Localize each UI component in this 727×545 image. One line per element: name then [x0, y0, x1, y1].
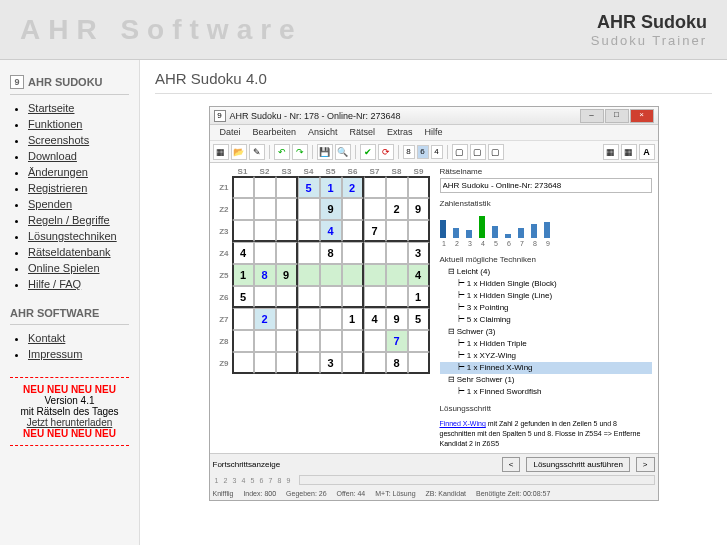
- sudoku-cell[interactable]: [298, 242, 320, 264]
- menu-item[interactable]: Datei: [214, 125, 247, 140]
- sudoku-cell[interactable]: [298, 308, 320, 330]
- sudoku-cell[interactable]: [386, 220, 408, 242]
- sudoku-cell[interactable]: 9: [320, 198, 342, 220]
- tree-technique[interactable]: ⊢ 1 x Hidden Single (Block): [440, 278, 652, 290]
- mode-6[interactable]: 6: [417, 145, 429, 159]
- nav-link[interactable]: Funktionen: [28, 118, 82, 130]
- menu-item[interactable]: Bearbeiten: [247, 125, 303, 140]
- tree-schwer[interactable]: ⊟ Schwer (3): [440, 326, 652, 338]
- sudoku-cell[interactable]: [232, 220, 254, 242]
- bold-icon[interactable]: A: [639, 144, 655, 160]
- sudoku-cell[interactable]: [276, 242, 298, 264]
- menu-item[interactable]: Hilfe: [419, 125, 449, 140]
- sudoku-cell[interactable]: [386, 176, 408, 198]
- nav-link[interactable]: Registrieren: [28, 182, 87, 194]
- nav-link[interactable]: Startseite: [28, 102, 74, 114]
- sudoku-cell[interactable]: [342, 242, 364, 264]
- sudoku-cell[interactable]: [364, 352, 386, 374]
- puzzle-name-input[interactable]: [440, 178, 652, 193]
- sudoku-cell[interactable]: [364, 176, 386, 198]
- hint-technique-link[interactable]: Finned X-Wing: [440, 420, 486, 427]
- sudoku-cell[interactable]: [232, 176, 254, 198]
- box3-icon[interactable]: ▢: [488, 144, 504, 160]
- sudoku-cell[interactable]: 9: [276, 264, 298, 286]
- nav-link[interactable]: Rätseldatenbank: [28, 246, 111, 258]
- sudoku-cell[interactable]: 7: [364, 220, 386, 242]
- mode-4[interactable]: 4: [431, 145, 443, 159]
- sudoku-cell[interactable]: [254, 352, 276, 374]
- sudoku-cell[interactable]: [364, 242, 386, 264]
- sudoku-cell[interactable]: [364, 286, 386, 308]
- sudoku-cell[interactable]: 2: [386, 198, 408, 220]
- sudoku-cell[interactable]: 1: [232, 264, 254, 286]
- edit-icon[interactable]: ✎: [249, 144, 265, 160]
- sudoku-cell[interactable]: 5: [408, 308, 430, 330]
- tree-technique[interactable]: ⊢ 5 x Claiming: [440, 314, 652, 326]
- tree-technique[interactable]: ⊢ 3 x Pointing: [440, 302, 652, 314]
- tree-technique[interactable]: ⊢ 1 x XYZ-Wing: [440, 350, 652, 362]
- sudoku-cell[interactable]: [276, 308, 298, 330]
- prev-step-button[interactable]: <: [502, 457, 521, 472]
- open-icon[interactable]: 📂: [231, 144, 247, 160]
- mode-8[interactable]: 8: [403, 145, 415, 159]
- sudoku-cell[interactable]: 3: [408, 242, 430, 264]
- nav-link[interactable]: Online Spielen: [28, 262, 100, 274]
- close-button[interactable]: ×: [630, 109, 654, 123]
- sudoku-cell[interactable]: [364, 264, 386, 286]
- sudoku-cell[interactable]: 4: [408, 264, 430, 286]
- sudoku-cell[interactable]: [254, 176, 276, 198]
- filter-icon[interactable]: ▦: [621, 144, 637, 160]
- box-icon[interactable]: ▢: [452, 144, 468, 160]
- sudoku-cell[interactable]: 8: [254, 264, 276, 286]
- sudoku-cell[interactable]: [232, 330, 254, 352]
- nav-link[interactable]: Impressum: [28, 348, 82, 360]
- sudoku-cell[interactable]: [232, 198, 254, 220]
- tree-technique[interactable]: ⊢ 1 x Hidden Single (Line): [440, 290, 652, 302]
- reset-icon[interactable]: ⟳: [378, 144, 394, 160]
- highlight-icon[interactable]: ▦: [603, 144, 619, 160]
- sudoku-cell[interactable]: 4: [364, 308, 386, 330]
- tree-technique[interactable]: ⊢ 1 x Finned Swordfish: [440, 386, 652, 398]
- nav-link[interactable]: Lösungstechniken: [28, 230, 117, 242]
- tree-technique[interactable]: ⊢ 1 x Hidden Triple: [440, 338, 652, 350]
- sudoku-cell[interactable]: [254, 198, 276, 220]
- sudoku-cell[interactable]: [232, 352, 254, 374]
- undo-icon[interactable]: ↶: [274, 144, 290, 160]
- sudoku-cell[interactable]: 2: [254, 308, 276, 330]
- sudoku-cell[interactable]: [298, 220, 320, 242]
- new-icon[interactable]: ▦: [213, 144, 229, 160]
- sudoku-cell[interactable]: [298, 198, 320, 220]
- sudoku-cell[interactable]: [254, 220, 276, 242]
- nav-link[interactable]: Download: [28, 150, 77, 162]
- tree-leicht[interactable]: ⊟ Leicht (4): [440, 266, 652, 278]
- sudoku-cell[interactable]: [386, 264, 408, 286]
- sudoku-cell[interactable]: [408, 352, 430, 374]
- sudoku-cell[interactable]: [320, 286, 342, 308]
- sudoku-cell[interactable]: [342, 286, 364, 308]
- sudoku-cell[interactable]: [342, 352, 364, 374]
- sudoku-cell[interactable]: [254, 242, 276, 264]
- sudoku-cell[interactable]: [232, 308, 254, 330]
- menu-item[interactable]: Extras: [381, 125, 419, 140]
- sudoku-cell[interactable]: [276, 176, 298, 198]
- sudoku-cell[interactable]: [276, 220, 298, 242]
- maximize-button[interactable]: □: [605, 109, 629, 123]
- techniques-tree[interactable]: ⊟ Leicht (4) ⊢ 1 x Hidden Single (Block)…: [440, 266, 652, 398]
- sudoku-cell[interactable]: [408, 220, 430, 242]
- nav-link[interactable]: Kontakt: [28, 332, 65, 344]
- sudoku-cell[interactable]: 5: [298, 176, 320, 198]
- check-icon[interactable]: ✔: [360, 144, 376, 160]
- redo-icon[interactable]: ↷: [292, 144, 308, 160]
- sudoku-cell[interactable]: [364, 198, 386, 220]
- sudoku-cell[interactable]: 1: [320, 176, 342, 198]
- sudoku-cell[interactable]: [276, 330, 298, 352]
- sudoku-cell[interactable]: [342, 220, 364, 242]
- sudoku-cell[interactable]: [298, 352, 320, 374]
- nav-link[interactable]: Änderungen: [28, 166, 88, 178]
- box2-icon[interactable]: ▢: [470, 144, 486, 160]
- sudoku-cell[interactable]: [276, 352, 298, 374]
- sudoku-cell[interactable]: [386, 242, 408, 264]
- sudoku-cell[interactable]: [298, 330, 320, 352]
- sudoku-cell[interactable]: [408, 176, 430, 198]
- save-icon[interactable]: 💾: [317, 144, 333, 160]
